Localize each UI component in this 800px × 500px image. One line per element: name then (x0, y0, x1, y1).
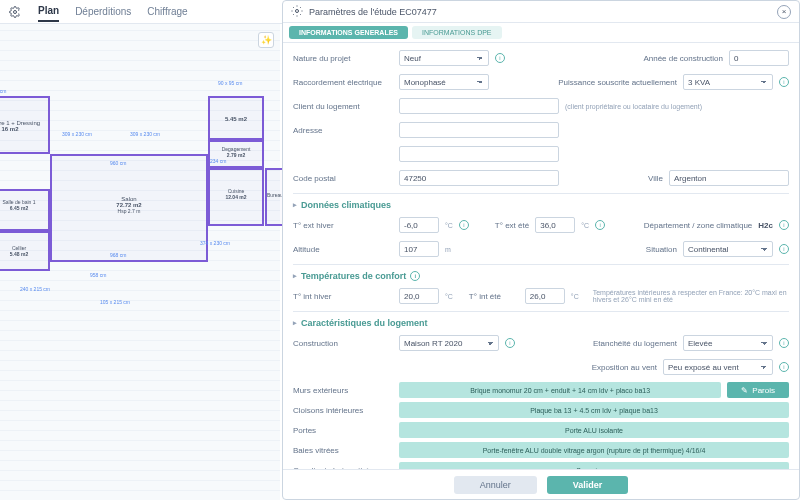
addr-input-2[interactable] (399, 146, 559, 162)
tint-ete-label: T° int été (469, 292, 519, 301)
chevron-right-icon[interactable]: ▸ (293, 319, 297, 327)
alt-input[interactable] (399, 241, 439, 257)
room-cuisine[interactable]: Cuisine12.04 m2 (208, 168, 264, 226)
nature-label: Nature du projet (293, 54, 393, 63)
confort-note: Températures intérieures à respecter en … (593, 289, 789, 303)
text-hiver-label: T° ext hiver (293, 221, 393, 230)
chevron-right-icon[interactable]: ▸ (293, 272, 297, 280)
dept-label: Département / zone climatique (644, 221, 753, 230)
dim-label: 234 cm (210, 158, 226, 164)
text-hiver-input[interactable] (399, 217, 439, 233)
dim-label: 90 x 95 cm (218, 80, 242, 86)
year-label: Année de construction (643, 54, 723, 63)
mat-value-button[interactable]: Plaque ba 13 + 4.5 cm ldv + plaque ba13 (399, 402, 789, 418)
info-icon[interactable]: i (495, 53, 505, 63)
section-title: Données climatiques (301, 200, 391, 210)
addr-label: Adresse (293, 126, 393, 135)
mat-label: Murs extérieurs (293, 386, 393, 395)
tab-plan[interactable]: Plan (38, 1, 59, 22)
city-label: Ville (648, 174, 663, 183)
constr-label: Construction (293, 339, 393, 348)
etanch-label: Etanchéité du logement (593, 339, 677, 348)
postal-label: Code postal (293, 174, 393, 183)
section-climat: ▸Données climatiques T° ext hiver °Ci T°… (293, 193, 789, 258)
room-salon[interactable]: Salon72.72 m2Hsp 2.7 m (50, 154, 208, 262)
power-select[interactable]: 3 KVA (683, 74, 773, 90)
text-ete-input[interactable] (535, 217, 575, 233)
situation-label: Situation (646, 245, 677, 254)
addr-input-1[interactable] (399, 122, 559, 138)
svg-point-0 (14, 10, 17, 13)
tab-infos-dpe[interactable]: INFORMATIONS DPE (412, 26, 501, 39)
mat-value-button[interactable]: Porte ALU isolante (399, 422, 789, 438)
info-icon[interactable]: i (779, 220, 789, 230)
panel-body[interactable]: Nature du projet Neuf i Année de constru… (283, 43, 799, 469)
tab-infos-generales[interactable]: INFORMATIONS GENERALES (289, 26, 408, 39)
mat-value-button[interactable]: Porte-fenêtre ALU double vitrage argon (… (399, 442, 789, 458)
dim-label: 374 x 230 cm (200, 240, 230, 246)
section-confort: ▸Températures de confort i T° int hiver … (293, 264, 789, 305)
info-icon[interactable]: i (779, 244, 789, 254)
year-input[interactable] (729, 50, 789, 66)
tint-hiver-label: T° int hiver (293, 292, 393, 301)
mat-label: Portes (293, 426, 393, 435)
room-bain2[interactable]: 5.45 m2 (208, 96, 264, 140)
situation-select[interactable]: Continental (683, 241, 773, 257)
expo-select[interactable]: Peu exposé au vent (663, 359, 773, 375)
client-input[interactable] (399, 98, 559, 114)
close-button[interactable]: × (777, 5, 791, 19)
chevron-right-icon[interactable]: ▸ (293, 201, 297, 209)
validate-button[interactable]: Valider (547, 476, 629, 494)
elec-select[interactable]: Monophasé (399, 74, 489, 90)
tab-chiffrage[interactable]: Chiffrage (147, 2, 187, 21)
panel-tabs: INFORMATIONS GENERALES INFORMATIONS DPE (283, 23, 799, 43)
info-icon[interactable]: i (779, 338, 789, 348)
mat-value-button[interactable]: Sans écran (399, 462, 789, 469)
client-label: Client du logement (293, 102, 393, 111)
dim-label: 958 cm (90, 272, 106, 278)
dim-label: 960 cm (110, 160, 126, 166)
dim-label: 309 x 230 cm (62, 131, 92, 137)
mat-value-button[interactable]: Brique monomur 20 cm + enduit + 14 cm ld… (399, 382, 721, 398)
info-icon[interactable]: i (410, 271, 420, 281)
cancel-button[interactable]: Annuler (454, 476, 537, 494)
mat-label: Baies vitrées (293, 446, 393, 455)
info-icon[interactable]: i (595, 220, 605, 230)
app-logo-icon (8, 5, 22, 19)
dim-label: 968 cm (110, 252, 126, 258)
expo-label: Exposition au vent (592, 363, 657, 372)
info-icon[interactable]: i (505, 338, 515, 348)
room-chambre[interactable]: Chambre 1 + Dressing16 m2 (0, 96, 50, 154)
room-bain1[interactable]: Salle de bain 16.45 m2 (0, 189, 50, 231)
text-ete-label: T° ext été (495, 221, 529, 230)
panel-footer: Annuler Valider (283, 469, 799, 499)
pencil-icon: ✎ (741, 386, 748, 395)
etanch-select[interactable]: Elevée (683, 335, 773, 351)
elec-label: Raccordement électrique (293, 78, 393, 87)
info-icon[interactable]: i (459, 220, 469, 230)
svg-point-1 (296, 9, 299, 12)
panel-header: Paramètres de l'étude EC07477 × (283, 1, 799, 23)
info-icon[interactable]: i (779, 77, 789, 87)
nature-select[interactable]: Neuf (399, 50, 489, 66)
alt-label: Altitude (293, 245, 393, 254)
dim-label: 408 cm (0, 88, 6, 94)
floorplan-canvas[interactable]: ✨ Salon72.72 m2Hsp 2.7 m Chambre 1 + Dre… (0, 24, 280, 500)
info-icon[interactable]: i (779, 362, 789, 372)
room-cellier[interactable]: Cellier5.48 m2 (0, 231, 50, 271)
section-title: Températures de confort (301, 271, 406, 281)
dept-value: H2c (758, 221, 773, 230)
tab-deperditions[interactable]: Déperditions (75, 2, 131, 21)
section-logement: ▸Caractéristiques du logement Constructi… (293, 311, 789, 469)
city-input[interactable] (669, 170, 789, 186)
tint-hiver-input[interactable] (399, 288, 439, 304)
tint-ete-input[interactable] (525, 288, 565, 304)
parois-button[interactable]: ✎Parois (727, 382, 789, 398)
power-label: Puissance souscrite actuellement (558, 78, 677, 87)
client-hint: (client propriétaire ou locataire du log… (565, 103, 702, 110)
postal-input[interactable] (399, 170, 559, 186)
constr-select[interactable]: Maison RT 2020 (399, 335, 499, 351)
settings-panel: Paramètres de l'étude EC07477 × INFORMAT… (282, 0, 800, 500)
section-title: Caractéristiques du logement (301, 318, 428, 328)
magic-wand-icon[interactable]: ✨ (258, 32, 274, 48)
